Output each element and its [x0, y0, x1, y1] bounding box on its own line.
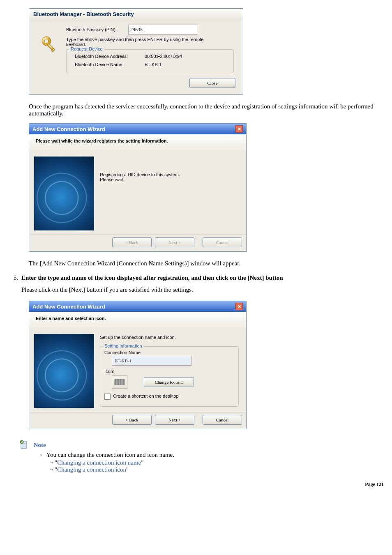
connection-name-input[interactable] [112, 356, 191, 366]
create-shortcut-checkbox[interactable] [104, 394, 111, 400]
svg-point-1 [44, 39, 48, 43]
create-shortcut-row[interactable]: Create a shortcut on the desktop [104, 394, 234, 400]
next-button: Next > [155, 237, 194, 247]
note-icon [20, 440, 28, 450]
device-address-value: 00:50:F2:80:7D:94 [145, 54, 182, 59]
dialog-title: Bluetooth Manager - Bluetooth Security [29, 9, 243, 21]
wizard-side-image-2 [34, 334, 94, 408]
next-button-2[interactable]: Next > [155, 415, 194, 425]
add-connection-wizard-registering: Add New Connection Wizard ✕ Please wait … [29, 123, 247, 252]
create-shortcut-label: Create a shortcut on the desktop [113, 394, 179, 398]
wizard-side-image [34, 157, 94, 230]
step-5-paragraph: Please click on the [Next] button if you… [21, 286, 388, 293]
close-icon[interactable]: ✕ [235, 303, 243, 310]
paragraph-wizard-appear: The [Add New Connection Wizard (Connecti… [29, 260, 388, 267]
close-icon[interactable]: ✕ [235, 125, 243, 133]
setting-info-legend: Setting information [103, 343, 144, 348]
passkey-input[interactable] [128, 25, 198, 35]
add-connection-wizard-name: Add New Connection Wizard ✕ Enter a name… [29, 301, 247, 429]
setup-label: Set up the connection name and icon. [100, 335, 241, 340]
register-msg-2: Please wait. [100, 177, 241, 182]
note-link-row-1: →"Changing a connection icon name" [48, 459, 388, 466]
passkey-instruction: Type the above passkey and then press EN… [66, 37, 237, 47]
request-device-legend: Request Device [69, 46, 104, 51]
wizard-subtitle-2: Enter a name and select an icon. [29, 312, 246, 330]
link-change-icon-name[interactable]: Changing a connection icon name [57, 459, 141, 466]
wizard-subtitle: Please wait while the wizard registers t… [29, 134, 246, 152]
bluetooth-security-dialog: Bluetooth Manager - Bluetooth Security B… [29, 8, 243, 95]
change-icons-button[interactable]: Change Icons... [144, 377, 194, 387]
page-number: Page 121 [4, 481, 388, 488]
passkey-label: Bluetooth Passkey (PIN): [66, 27, 117, 32]
cancel-button-2[interactable]: Cancel [203, 415, 242, 425]
device-name-label: Bluetooth Device Name: [75, 62, 136, 67]
note-link-row-2: →"Changing a connection icon" [48, 466, 388, 473]
back-button-2[interactable]: < Back [112, 415, 152, 425]
icon-label: Icon: [104, 369, 234, 374]
back-button: < Back [112, 237, 152, 247]
device-address-label: Bluetooth Device Address: [75, 54, 136, 59]
wizard-title: Add New Connection Wizard [32, 126, 105, 132]
paragraph-detection: Once the program has detected the servic… [29, 103, 386, 117]
connection-name-label: Connection Name: [104, 350, 234, 355]
key-art [29, 21, 66, 76]
step-5-title: Enter the type and name of the icon disp… [21, 274, 388, 281]
key-icon [40, 35, 60, 54]
close-button[interactable]: Close [189, 78, 235, 88]
device-name-value: BT-KB-1 [145, 62, 162, 67]
cancel-button: Cancel [203, 237, 242, 247]
icon-preview [112, 375, 127, 389]
register-msg-1: Registering a HID device to this system. [100, 172, 241, 177]
wizard-title-2: Add New Connection Wizard [32, 304, 105, 310]
note-bullet: You can change the connection icon and i… [39, 451, 388, 458]
note-heading: Note [34, 442, 46, 448]
link-change-icon[interactable]: Changing a connection icon [57, 466, 126, 473]
keyboard-icon [114, 379, 125, 385]
